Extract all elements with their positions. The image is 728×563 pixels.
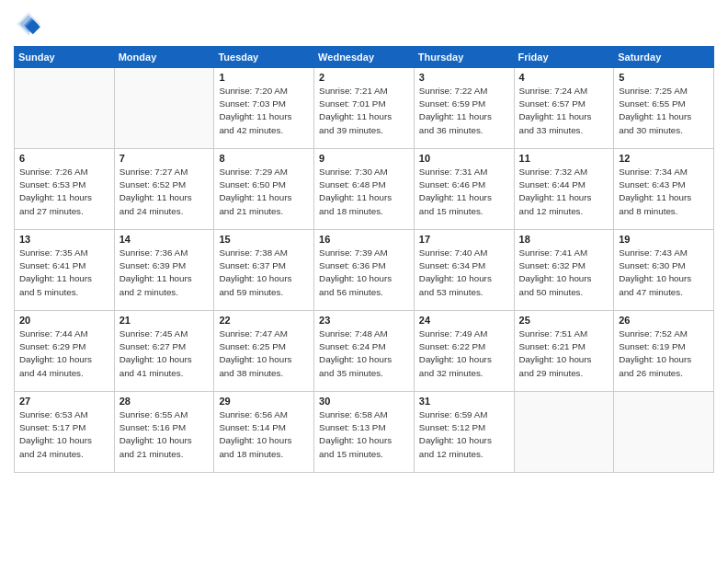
day-info: Sunrise: 7:45 AM Sunset: 6:27 PM Dayligh… bbox=[119, 327, 210, 380]
logo-icon bbox=[14, 9, 43, 39]
day-info: Sunrise: 7:22 AM Sunset: 6:59 PM Dayligh… bbox=[419, 85, 509, 137]
day-number: 20 bbox=[19, 315, 109, 326]
calendar-cell: 22Sunrise: 7:47 AM Sunset: 6:25 PM Dayli… bbox=[214, 311, 314, 392]
calendar-cell: 4Sunrise: 7:24 AM Sunset: 6:57 PM Daylig… bbox=[514, 68, 614, 149]
day-info: Sunrise: 7:24 AM Sunset: 6:57 PM Dayligh… bbox=[519, 85, 609, 137]
calendar-cell bbox=[114, 68, 214, 149]
day-number: 16 bbox=[319, 234, 409, 245]
week-row-4: 20Sunrise: 7:44 AM Sunset: 6:29 PM Dayli… bbox=[15, 311, 714, 392]
day-info: Sunrise: 7:49 AM Sunset: 6:22 PM Dayligh… bbox=[419, 327, 509, 380]
calendar-cell: 2Sunrise: 7:21 AM Sunset: 7:01 PM Daylig… bbox=[314, 68, 415, 149]
day-info: Sunrise: 7:31 AM Sunset: 6:46 PM Dayligh… bbox=[419, 166, 509, 218]
day-number: 6 bbox=[19, 153, 109, 164]
day-info: Sunrise: 6:59 AM Sunset: 5:12 PM Dayligh… bbox=[419, 408, 509, 461]
day-info: Sunrise: 6:56 AM Sunset: 5:14 PM Dayligh… bbox=[219, 408, 309, 461]
day-info: Sunrise: 7:30 AM Sunset: 6:48 PM Dayligh… bbox=[319, 166, 409, 218]
calendar-cell: 27Sunrise: 6:53 AM Sunset: 5:17 PM Dayli… bbox=[15, 392, 115, 473]
calendar-cell: 19Sunrise: 7:43 AM Sunset: 6:30 PM Dayli… bbox=[614, 230, 714, 311]
calendar-cell: 1Sunrise: 7:20 AM Sunset: 7:03 PM Daylig… bbox=[214, 68, 314, 149]
day-number: 25 bbox=[519, 315, 609, 326]
day-number: 28 bbox=[119, 396, 210, 407]
day-number: 15 bbox=[219, 234, 309, 245]
day-number: 11 bbox=[519, 153, 609, 164]
day-info: Sunrise: 7:26 AM Sunset: 6:53 PM Dayligh… bbox=[19, 166, 109, 218]
calendar-cell: 24Sunrise: 7:49 AM Sunset: 6:22 PM Dayli… bbox=[414, 311, 514, 392]
week-row-5: 27Sunrise: 6:53 AM Sunset: 5:17 PM Dayli… bbox=[15, 392, 714, 473]
calendar-cell: 13Sunrise: 7:35 AM Sunset: 6:41 PM Dayli… bbox=[15, 230, 115, 311]
calendar-cell: 28Sunrise: 6:55 AM Sunset: 5:16 PM Dayli… bbox=[114, 392, 214, 473]
day-number: 9 bbox=[319, 153, 409, 164]
calendar-cell: 23Sunrise: 7:48 AM Sunset: 6:24 PM Dayli… bbox=[314, 311, 415, 392]
calendar-cell bbox=[614, 392, 714, 473]
week-row-1: 1Sunrise: 7:20 AM Sunset: 7:03 PM Daylig… bbox=[15, 68, 714, 149]
day-number: 23 bbox=[319, 315, 409, 326]
day-info: Sunrise: 7:25 AM Sunset: 6:55 PM Dayligh… bbox=[619, 85, 709, 137]
day-number: 14 bbox=[119, 234, 210, 245]
calendar-cell: 14Sunrise: 7:36 AM Sunset: 6:39 PM Dayli… bbox=[114, 230, 214, 311]
day-number: 19 bbox=[619, 234, 709, 245]
weekday-header-wednesday: Wednesday bbox=[314, 47, 415, 68]
day-info: Sunrise: 6:55 AM Sunset: 5:16 PM Dayligh… bbox=[119, 408, 210, 461]
day-number: 22 bbox=[219, 315, 309, 326]
day-info: Sunrise: 7:32 AM Sunset: 6:44 PM Dayligh… bbox=[519, 166, 609, 218]
day-number: 30 bbox=[319, 396, 409, 407]
day-info: Sunrise: 7:47 AM Sunset: 6:25 PM Dayligh… bbox=[219, 327, 309, 380]
calendar-cell: 21Sunrise: 7:45 AM Sunset: 6:27 PM Dayli… bbox=[114, 311, 214, 392]
day-info: Sunrise: 7:43 AM Sunset: 6:30 PM Dayligh… bbox=[619, 247, 709, 299]
day-number: 1 bbox=[219, 72, 309, 83]
calendar-cell: 11Sunrise: 7:32 AM Sunset: 6:44 PM Dayli… bbox=[514, 149, 614, 230]
calendar-cell: 17Sunrise: 7:40 AM Sunset: 6:34 PM Dayli… bbox=[414, 230, 514, 311]
weekday-header-tuesday: Tuesday bbox=[214, 47, 314, 68]
calendar-cell: 8Sunrise: 7:29 AM Sunset: 6:50 PM Daylig… bbox=[214, 149, 314, 230]
day-info: Sunrise: 7:35 AM Sunset: 6:41 PM Dayligh… bbox=[19, 247, 109, 299]
day-number: 10 bbox=[419, 153, 509, 164]
weekday-header-saturday: Saturday bbox=[614, 47, 714, 68]
calendar-cell: 12Sunrise: 7:34 AM Sunset: 6:43 PM Dayli… bbox=[614, 149, 714, 230]
calendar-cell bbox=[514, 392, 614, 473]
day-number: 7 bbox=[119, 153, 210, 164]
week-row-2: 6Sunrise: 7:26 AM Sunset: 6:53 PM Daylig… bbox=[15, 149, 714, 230]
calendar-cell: 10Sunrise: 7:31 AM Sunset: 6:46 PM Dayli… bbox=[414, 149, 514, 230]
day-number: 26 bbox=[619, 315, 709, 326]
day-info: Sunrise: 7:41 AM Sunset: 6:32 PM Dayligh… bbox=[519, 247, 609, 299]
calendar-cell: 18Sunrise: 7:41 AM Sunset: 6:32 PM Dayli… bbox=[514, 230, 614, 311]
weekday-header-monday: Monday bbox=[114, 47, 214, 68]
day-number: 3 bbox=[419, 72, 509, 83]
day-number: 21 bbox=[119, 315, 210, 326]
day-info: Sunrise: 7:48 AM Sunset: 6:24 PM Dayligh… bbox=[319, 327, 409, 380]
day-number: 17 bbox=[419, 234, 509, 245]
day-number: 8 bbox=[219, 153, 309, 164]
day-number: 24 bbox=[419, 315, 509, 326]
weekday-header-thursday: Thursday bbox=[414, 47, 514, 68]
calendar-cell: 30Sunrise: 6:58 AM Sunset: 5:13 PM Dayli… bbox=[314, 392, 415, 473]
day-info: Sunrise: 7:39 AM Sunset: 6:36 PM Dayligh… bbox=[319, 247, 409, 299]
day-number: 12 bbox=[619, 153, 709, 164]
day-info: Sunrise: 7:40 AM Sunset: 6:34 PM Dayligh… bbox=[419, 247, 509, 299]
day-info: Sunrise: 7:27 AM Sunset: 6:52 PM Dayligh… bbox=[119, 166, 210, 218]
day-info: Sunrise: 6:53 AM Sunset: 5:17 PM Dayligh… bbox=[19, 408, 109, 461]
day-info: Sunrise: 6:58 AM Sunset: 5:13 PM Dayligh… bbox=[319, 408, 409, 461]
day-info: Sunrise: 7:29 AM Sunset: 6:50 PM Dayligh… bbox=[219, 166, 309, 218]
day-number: 31 bbox=[419, 396, 509, 407]
weekday-header-friday: Friday bbox=[514, 47, 614, 68]
calendar-cell: 31Sunrise: 6:59 AM Sunset: 5:12 PM Dayli… bbox=[414, 392, 514, 473]
calendar-cell: 26Sunrise: 7:52 AM Sunset: 6:19 PM Dayli… bbox=[614, 311, 714, 392]
calendar-cell: 29Sunrise: 6:56 AM Sunset: 5:14 PM Dayli… bbox=[214, 392, 314, 473]
calendar-cell: 9Sunrise: 7:30 AM Sunset: 6:48 PM Daylig… bbox=[314, 149, 415, 230]
day-number: 18 bbox=[519, 234, 609, 245]
day-info: Sunrise: 7:51 AM Sunset: 6:21 PM Dayligh… bbox=[519, 327, 609, 380]
day-number: 5 bbox=[619, 72, 709, 83]
calendar-cell: 20Sunrise: 7:44 AM Sunset: 6:29 PM Dayli… bbox=[15, 311, 115, 392]
day-number: 2 bbox=[319, 72, 409, 83]
day-info: Sunrise: 7:20 AM Sunset: 7:03 PM Dayligh… bbox=[219, 85, 309, 137]
calendar-cell: 5Sunrise: 7:25 AM Sunset: 6:55 PM Daylig… bbox=[614, 68, 714, 149]
calendar-cell: 15Sunrise: 7:38 AM Sunset: 6:37 PM Dayli… bbox=[214, 230, 314, 311]
calendar-cell: 7Sunrise: 7:27 AM Sunset: 6:52 PM Daylig… bbox=[114, 149, 214, 230]
day-info: Sunrise: 7:52 AM Sunset: 6:19 PM Dayligh… bbox=[619, 327, 709, 380]
calendar-cell: 3Sunrise: 7:22 AM Sunset: 6:59 PM Daylig… bbox=[414, 68, 514, 149]
day-info: Sunrise: 7:44 AM Sunset: 6:29 PM Dayligh… bbox=[19, 327, 109, 380]
day-info: Sunrise: 7:36 AM Sunset: 6:39 PM Dayligh… bbox=[119, 247, 210, 299]
logo bbox=[14, 9, 47, 39]
weekday-header-sunday: Sunday bbox=[15, 47, 115, 68]
day-info: Sunrise: 7:34 AM Sunset: 6:43 PM Dayligh… bbox=[619, 166, 709, 218]
